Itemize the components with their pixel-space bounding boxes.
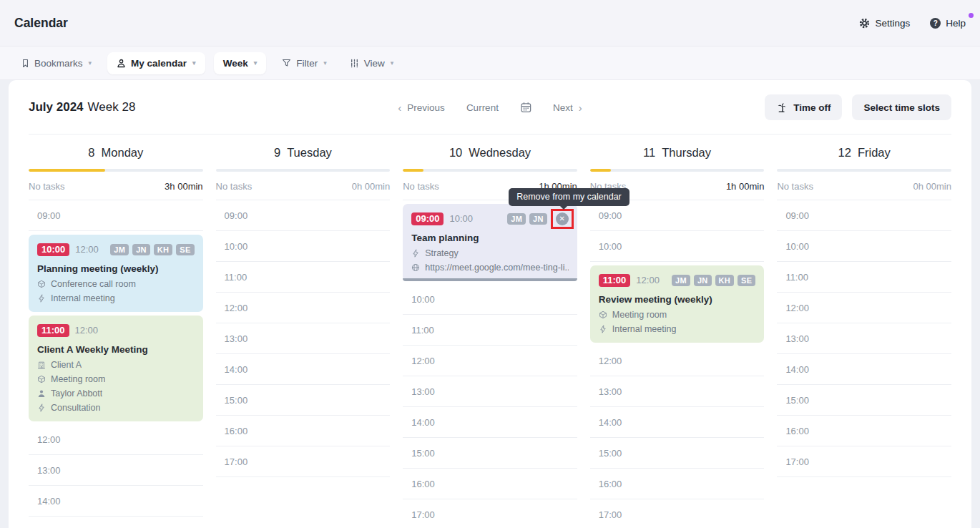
event-detail-text: Internal meeting: [51, 291, 115, 305]
event-detail: Conference call room: [37, 277, 195, 291]
help-button[interactable]: ? Help: [930, 18, 966, 29]
time-slot[interactable]: 15:00: [777, 385, 951, 416]
date-picker-button[interactable]: [520, 102, 531, 113]
day-name: Wednesday: [469, 146, 531, 159]
bookmarks-label: Bookmarks: [34, 58, 83, 69]
time-slot[interactable]: 13:00: [216, 323, 391, 354]
time-slot[interactable]: 13:00: [777, 323, 951, 354]
event-detail: Consultation: [37, 401, 195, 415]
bolt-icon: [37, 294, 46, 303]
time-slot[interactable]: 17:00: [590, 499, 765, 528]
time-label: 13:00: [37, 465, 61, 476]
filter-dropdown[interactable]: Filter ▾: [275, 52, 334, 74]
time-slot[interactable]: 12:00: [216, 293, 391, 323]
day-slots: 09:0010:00JMJN✕Team planningStrategyhttp…: [403, 204, 577, 528]
time-slot[interactable]: 14:00: [777, 354, 951, 385]
time-slot[interactable]: 17:00: [403, 499, 577, 528]
time-slot[interactable]: 11:00: [216, 262, 391, 293]
time-slot[interactable]: 12:00: [29, 424, 203, 455]
attendee-badge: JM: [110, 244, 129, 255]
week-grid: 8MondayNo tasks3h 00min09:0010:0012:00JM…: [9, 135, 971, 528]
previous-button[interactable]: ‹ Previous: [398, 102, 445, 113]
next-button[interactable]: Next ›: [553, 102, 582, 113]
time-slot[interactable]: 13:00: [403, 376, 577, 407]
time-slot[interactable]: 10:00: [403, 284, 577, 315]
event-card[interactable]: 10:0012:00JMJNKHSEPlanning meeting (week…: [29, 235, 203, 312]
day-number: 8: [88, 146, 94, 159]
time-slot[interactable]: 15:00: [590, 438, 765, 469]
event-title: Planning meeting (weekly): [37, 263, 195, 274]
time-slot[interactable]: 09:00: [216, 200, 391, 231]
time-slot[interactable]: 15:00: [29, 517, 203, 528]
filter-label: Filter: [296, 58, 318, 69]
event-end-time: 12:00: [636, 275, 660, 285]
range-dropdown[interactable]: Week ▾: [214, 52, 267, 74]
event-card[interactable]: 11:0012:00Client A Weekly MeetingClient …: [29, 316, 203, 421]
time-label: 10:00: [225, 241, 248, 252]
current-button[interactable]: Current: [466, 102, 499, 113]
time-label: 15:00: [785, 395, 809, 406]
time-off-button[interactable]: Time off: [765, 94, 842, 120]
time-label: 14:00: [37, 496, 61, 507]
attendee-badge: JM: [672, 275, 690, 286]
time-slot[interactable]: 12:00: [777, 293, 951, 323]
event-header: 11:0012:00: [37, 323, 195, 338]
day-header: 12Friday: [777, 135, 951, 169]
time-slot[interactable]: 16:00: [777, 416, 951, 446]
range-label: Week: [223, 58, 248, 69]
event-detail-text: Taylor Abbott: [51, 386, 102, 401]
event-card[interactable]: 09:0010:00JMJN✕Team planningStrategyhttp…: [403, 204, 577, 281]
time-slot[interactable]: 09:00: [29, 200, 203, 231]
attendee-badge: JN: [132, 244, 150, 255]
time-slot[interactable]: 10:00: [777, 231, 951, 262]
time-slot[interactable]: 14:00: [29, 486, 203, 517]
settings-button[interactable]: Settings: [859, 18, 910, 29]
time-slot[interactable]: 12:00: [403, 346, 577, 376]
person-icon: [37, 389, 46, 398]
view-dropdown[interactable]: View ▾: [343, 52, 401, 74]
time-slot[interactable]: 14:00: [216, 354, 391, 385]
day-name: Friday: [858, 146, 891, 159]
time-slot[interactable]: 12:00: [590, 346, 765, 376]
bookmarks-dropdown[interactable]: Bookmarks ▾: [14, 52, 99, 74]
time-label: 10:00: [411, 294, 435, 305]
time-slot[interactable]: 15:00: [403, 438, 577, 469]
time-slot[interactable]: 13:00: [29, 455, 203, 486]
chevron-right-icon: ›: [579, 102, 582, 113]
time-slot[interactable]: 11:00: [777, 262, 951, 293]
funnel-icon: [282, 59, 291, 67]
period-navigation: ‹ Previous Current Next ›: [398, 102, 582, 113]
time-slot[interactable]: 16:00: [216, 416, 391, 446]
my-calendar-dropdown[interactable]: My calendar ▾: [107, 52, 205, 74]
time-label: 16:00: [599, 479, 622, 489]
day-column-tuesday: 9TuesdayNo tasks0h 00min09:0010:0011:001…: [216, 135, 391, 477]
event-title: Client A Weekly Meeting: [37, 344, 195, 355]
time-slot[interactable]: 11:00: [403, 315, 577, 346]
time-slot[interactable]: 15:00: [216, 385, 391, 416]
time-slot[interactable]: 13:00: [590, 376, 765, 407]
time-slot[interactable]: 10:00: [216, 231, 391, 262]
day-number: 12: [838, 146, 851, 159]
time-slot[interactable]: 17:00: [216, 446, 391, 477]
time-slot[interactable]: 14:00: [590, 407, 765, 438]
day-header: 11Thursday: [590, 135, 765, 169]
day-tasks-row: No tasks3h 00min: [29, 172, 203, 200]
remove-from-calendar-button[interactable]: ✕: [556, 212, 569, 225]
help-icon: ?: [930, 18, 941, 29]
time-label: 13:00: [225, 333, 248, 344]
select-time-slots-button[interactable]: Select time slots: [852, 94, 951, 120]
time-label: 12:00: [37, 434, 61, 445]
day-slots: 09:0010:0012:00JMJNKHSEPlanning meeting …: [29, 200, 203, 528]
day-column-friday: 12FridayNo tasks0h 00min09:0010:0011:001…: [777, 135, 951, 477]
time-slot[interactable]: 09:00: [777, 200, 951, 231]
time-slot[interactable]: 14:00: [403, 407, 577, 438]
time-slot[interactable]: 16:00: [590, 469, 765, 499]
time-label: 10:00: [599, 241, 622, 252]
time-slot[interactable]: 10:00: [590, 231, 765, 262]
time-slot[interactable]: 17:00: [777, 446, 951, 477]
time-slot[interactable]: 16:00: [403, 469, 577, 499]
event-card[interactable]: 11:0012:00JMJNKHSEReview meeting (weekly…: [590, 265, 765, 343]
day-name: Monday: [102, 146, 144, 159]
event-detail-text: Meeting room: [612, 308, 667, 322]
event-resize-handle[interactable]: [403, 278, 577, 281]
